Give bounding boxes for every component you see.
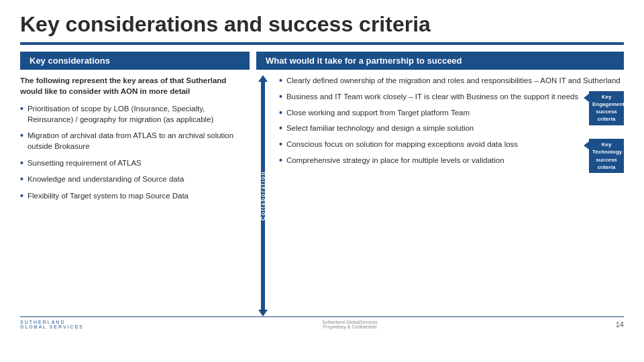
bullet-icon: •	[20, 103, 23, 115]
footer-logo: SUTHERLAND GLOBAL SERVICES	[20, 320, 84, 329]
badge-arrow-icon	[584, 141, 589, 149]
right-item-3: • Close working and support from Target …	[279, 107, 624, 119]
bullet-icon: •	[20, 130, 23, 141]
list-item: • Flexibility of Target system to map So…	[20, 190, 250, 202]
right-side: Collaboration • Clearly defined ownershi…	[256, 75, 624, 316]
right-item-4-text: Select familiar technology and design a …	[286, 123, 624, 133]
title-divider	[20, 42, 624, 45]
bullet-icon: •	[20, 190, 23, 202]
footer: SUTHERLAND GLOBAL SERVICES Sutherland Gl…	[20, 316, 624, 329]
list-item: • Migration of archival data from ATLAS …	[20, 130, 250, 152]
page-number: 14	[616, 320, 624, 328]
header-left: Key considerations	[20, 52, 250, 70]
right-item-2-text: Business and IT Team work closely – IT i…	[286, 91, 624, 103]
left-item-2: Migration of archival data from ATLAS to…	[28, 130, 250, 152]
left-intro-text: The following represent the key areas of…	[20, 75, 250, 97]
arrow-down-icon	[258, 310, 268, 316]
bullet-icon: •	[279, 123, 282, 134]
arrow-up-icon	[258, 75, 268, 82]
left-item-1: Prioritisation of scope by LOB (Insuranc…	[28, 103, 250, 125]
collaboration-label: Collaboration	[260, 171, 266, 221]
bullet-icon: •	[279, 139, 282, 150]
list-item: • Knowledge and understanding of Source …	[20, 174, 250, 185]
footer-center: Sutherland GlobalServices Proprietary & …	[322, 320, 378, 329]
right-content: • Clearly defined ownership of the migra…	[275, 75, 624, 316]
badge-arrow-icon	[584, 94, 589, 102]
left-item-5: Flexibility of Target system to map Sour…	[28, 190, 250, 201]
left-item-4: Knowledge and understanding of Source da…	[28, 174, 250, 184]
right-item-2: • Business and IT Team work closely – IT…	[279, 91, 624, 103]
bullet-icon: •	[279, 107, 282, 119]
logo-text: SUTHERLAND	[20, 320, 84, 324]
collab-bar-fill: Collaboration	[261, 82, 265, 310]
list-item: • Sunsetting requirement of ATLAS	[20, 158, 250, 169]
headers-row: Key considerations What would it take fo…	[20, 52, 624, 70]
right-item-5: • Conscious focus on solution for mappin…	[279, 139, 624, 150]
footer-center-line2: Proprietary & Confidential	[322, 324, 378, 329]
left-column: The following represent the key areas of…	[20, 75, 250, 316]
footer-center-line1: Sutherland GlobalServices	[322, 320, 378, 324]
bullet-icon: •	[279, 91, 282, 103]
right-item-5-text: Conscious focus on solution for mapping …	[286, 139, 624, 150]
right-item-1-text: Clearly defined ownership of the migrati…	[286, 75, 624, 86]
right-item-1: • Clearly defined ownership of the migra…	[279, 75, 624, 86]
right-item-3-text: Close working and support from Target pl…	[286, 107, 624, 118]
header-right: What would it take for a partnership to …	[256, 52, 624, 70]
left-item-3: Sunsetting requirement of ATLAS	[28, 158, 250, 168]
list-item: • Prioritisation of scope by LOB (Insura…	[20, 103, 250, 125]
right-item-4: • Select familiar technology and design …	[279, 123, 624, 134]
page: Key considerations and success criteria …	[0, 0, 644, 362]
collaboration-bar: Collaboration	[256, 75, 270, 316]
logo-sub: GLOBAL SERVICES	[20, 324, 84, 329]
bullet-icon: •	[279, 155, 282, 166]
right-item-6: • Comprehensive strategy in place for mu…	[279, 155, 624, 166]
right-item-6-text: Comprehensive strategy in place for mult…	[286, 155, 624, 166]
content-area: The following represent the key areas of…	[20, 75, 624, 316]
bullet-icon: •	[279, 75, 282, 86]
bullet-icon: •	[20, 174, 23, 185]
bullet-icon: •	[20, 158, 23, 169]
page-title: Key considerations and success criteria	[0, 0, 644, 42]
